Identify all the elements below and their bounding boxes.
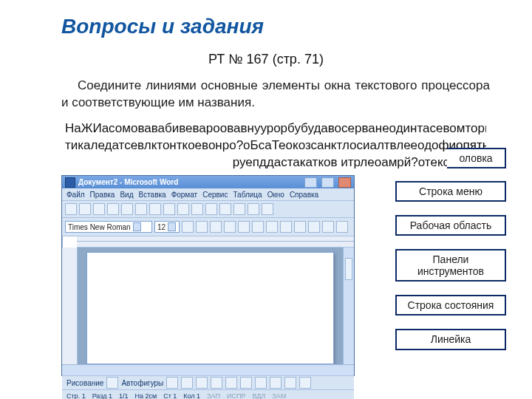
minimize-button[interactable] <box>304 177 317 188</box>
task-text: Соедините линиями основные элементы окна… <box>61 78 490 112</box>
menu-view[interactable]: Вид <box>120 191 133 199</box>
chevron-down-icon[interactable] <box>133 222 141 231</box>
word-work-area[interactable] <box>78 248 343 364</box>
autoshapes-menu[interactable]: Автофигуры <box>121 379 163 387</box>
drawing-label[interactable]: Рисование <box>66 379 103 387</box>
wordart-icon[interactable] <box>240 377 252 389</box>
shadow-icon[interactable] <box>284 377 296 389</box>
paste-icon[interactable] <box>177 203 189 215</box>
word-window: Документ2 - Microsoft Word Файл Правка В… <box>61 175 355 376</box>
font-color-icon[interactable] <box>336 221 348 233</box>
three-d-icon[interactable] <box>299 377 311 389</box>
undo-icon[interactable] <box>191 203 203 215</box>
word-menu-bar[interactable]: Файл Правка Вид Вставка Формат Сервис Та… <box>62 188 354 201</box>
chevron-down-icon[interactable] <box>168 222 176 231</box>
word-page-sheet[interactable] <box>86 252 334 364</box>
word-vertical-ruler[interactable] <box>62 248 78 364</box>
align-justify-icon[interactable] <box>266 221 278 233</box>
bold-icon[interactable] <box>182 221 194 233</box>
word-body <box>62 248 354 364</box>
menu-file[interactable]: Файл <box>66 191 85 199</box>
garble-line-3: руепддастакатков итрлеоамрй?отекстовым <box>65 154 486 171</box>
word-standard-toolbar[interactable] <box>62 201 354 218</box>
menu-edit[interactable]: Правка <box>90 191 115 199</box>
status-mode-ovr: ЗАМ <box>272 392 286 399</box>
line-color-icon[interactable] <box>270 377 282 389</box>
fill-color-icon[interactable] <box>255 377 267 389</box>
menu-tools[interactable]: Сервис <box>202 191 228 199</box>
align-center-icon[interactable] <box>238 221 250 233</box>
menu-format[interactable]: Формат <box>171 191 198 199</box>
cut-icon[interactable] <box>149 203 161 215</box>
word-horizontal-ruler[interactable] <box>77 236 354 248</box>
indent-dec-icon[interactable] <box>308 221 320 233</box>
garble-line-2: тикаледатсевлктонткоевонро?оБсаТеокозсан… <box>65 137 486 154</box>
status-pageof: 1/1 <box>119 392 129 399</box>
label-box-ruler[interactable]: Линейка <box>395 329 506 349</box>
label-box-status-bar[interactable]: Строка состояния <box>395 295 506 316</box>
horizontal-scrollbar[interactable] <box>62 364 354 375</box>
word-caption: Документ2 - Microsoft Word <box>78 178 178 186</box>
garble-line-1: НаЖИасомовавабивевароовавнуурорбубудавос… <box>65 120 486 137</box>
zoom-icon[interactable] <box>248 203 259 215</box>
indent-inc-icon[interactable] <box>322 221 334 233</box>
print-icon[interactable] <box>107 203 119 215</box>
label-box-work-area[interactable]: Рабочая область <box>395 215 506 236</box>
status-mode-rec: ЗАП <box>207 392 220 399</box>
align-right-icon[interactable] <box>252 221 264 233</box>
help-icon[interactable] <box>262 203 273 215</box>
numbering-icon[interactable] <box>294 221 306 233</box>
bullets-icon[interactable] <box>280 221 292 233</box>
status-mode-trk: ИСПР <box>227 392 245 399</box>
status-line: Ст 1 <box>163 392 177 399</box>
status-col: Кол 1 <box>183 392 200 399</box>
task-first-line: Соедините линиями основные элементы окна <box>61 78 351 92</box>
rectangle-icon[interactable] <box>196 377 208 389</box>
label-box-menu-bar[interactable]: Строка меню <box>395 181 506 202</box>
label-column: Строка меню Рабочая область Панели инстр… <box>395 181 506 364</box>
scrollbar-thumb[interactable] <box>345 258 352 280</box>
table-icon[interactable] <box>219 203 231 215</box>
select-arrow-icon[interactable] <box>106 377 118 389</box>
menu-help[interactable]: Справка <box>290 191 318 199</box>
label-box-toolbars[interactable]: Панели инструментов <box>395 249 506 282</box>
copy-icon[interactable] <box>163 203 175 215</box>
arrow-icon[interactable] <box>181 377 193 389</box>
new-doc-icon[interactable] <box>65 203 77 215</box>
menu-insert[interactable]: Вставка <box>138 191 166 199</box>
align-left-icon[interactable] <box>224 221 236 233</box>
vertical-scrollbar[interactable] <box>343 248 354 364</box>
save-icon[interactable] <box>93 203 105 215</box>
label-box-title-bar-partial: оловка <box>447 148 506 168</box>
underline-icon[interactable] <box>210 221 222 233</box>
columns-icon[interactable] <box>233 203 245 215</box>
page-title: Вопросы и задания <box>61 15 264 38</box>
maximize-button[interactable] <box>321 177 334 188</box>
overlapped-questions: НаЖИасомовавабивевароовавнуурорбубудавос… <box>65 120 486 171</box>
oval-icon[interactable] <box>211 377 222 389</box>
status-section: Разд 1 <box>92 392 112 399</box>
word-status-bar: Стр. 1 Разд 1 1/1 На 2см Ст 1 Кол 1 ЗАП … <box>62 389 354 399</box>
close-button[interactable] <box>338 177 351 188</box>
word-formatting-toolbar[interactable]: Times New Roman 12 <box>62 218 354 236</box>
open-icon[interactable] <box>79 203 91 215</box>
status-mode-ext: ВДЛ <box>252 392 265 399</box>
menu-table[interactable]: Таблица <box>233 191 262 199</box>
spell-icon[interactable] <box>135 203 147 215</box>
preview-icon[interactable] <box>121 203 133 215</box>
redo-icon[interactable] <box>205 203 217 215</box>
font-size-combo[interactable]: 12 <box>154 221 180 233</box>
status-at: На 2см <box>134 392 157 399</box>
menu-window[interactable]: Окно <box>267 191 284 199</box>
word-title-bar: Документ2 - Microsoft Word <box>62 176 354 188</box>
italic-icon[interactable] <box>196 221 208 233</box>
word-drawing-toolbar[interactable]: Рисование Автофигуры <box>62 375 354 389</box>
word-app-icon <box>65 177 75 188</box>
textbox-icon[interactable] <box>225 377 237 389</box>
reference-line: РТ № 167 (стр. 71) <box>0 52 532 67</box>
line-icon[interactable] <box>166 377 178 389</box>
status-page: Стр. 1 <box>66 392 86 399</box>
font-name-combo[interactable]: Times New Roman <box>65 221 152 233</box>
